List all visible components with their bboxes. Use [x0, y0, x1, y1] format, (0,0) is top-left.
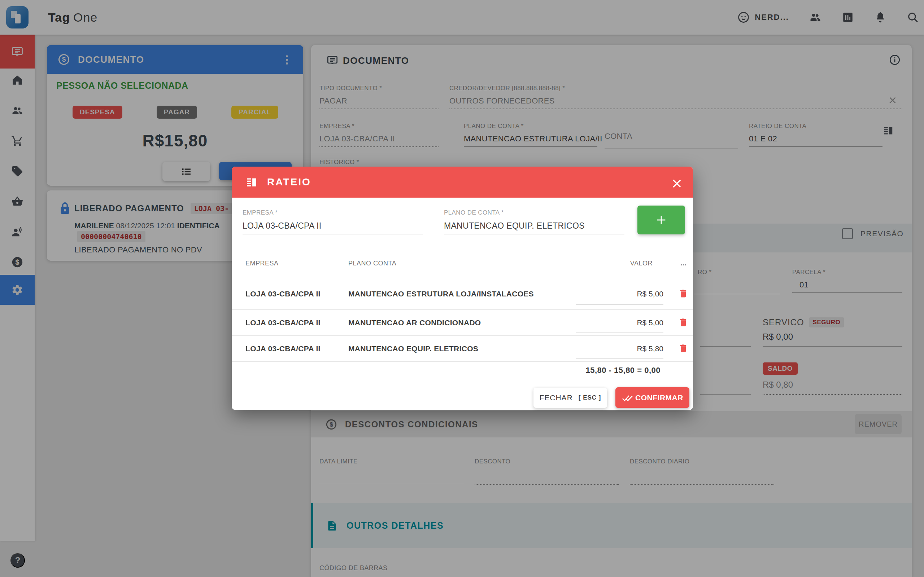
- modal-title: RATEIO: [267, 176, 311, 188]
- close-icon[interactable]: [670, 177, 683, 190]
- field-underline: [444, 234, 624, 234]
- field-label: EMPRESA *: [242, 209, 423, 216]
- valor-underline: [576, 332, 663, 333]
- table-row: LOJA 03-CBA/CPA II MANUTENCAO EQUIP. ELE…: [232, 335, 693, 361]
- rateio-modal: RATEIO EMPRESA * LOJA 03-CBA/CPA II PLAN…: [232, 167, 693, 410]
- add-rateio-button[interactable]: [637, 206, 685, 234]
- cell-plano: MANUTENCAO EQUIP. ELETRICOS: [348, 344, 478, 353]
- table-row: LOJA 03-CBA/CPA II MANUTENCAO ESTRUTURA …: [232, 278, 693, 309]
- trash-icon[interactable]: [678, 343, 688, 353]
- rateio-icon: [246, 176, 258, 188]
- confirmar-label: CONFIRMAR: [635, 393, 683, 402]
- valor-input[interactable]: R$ 5,80: [637, 344, 663, 353]
- field-underline: [242, 234, 423, 234]
- fechar-button[interactable]: FECHAR [ ESC ]: [533, 388, 607, 408]
- modal-empresa-input[interactable]: LOJA 03-CBA/CPA II: [242, 221, 423, 231]
- double-check-icon: [622, 392, 634, 404]
- modal-empresa-field: EMPRESA * LOJA 03-CBA/CPA II: [242, 209, 423, 234]
- col-header-plano: PLANO CONTA: [348, 259, 396, 267]
- trash-icon[interactable]: [678, 288, 688, 298]
- trash-icon[interactable]: [678, 318, 688, 327]
- col-header-valor: VALOR: [630, 259, 653, 267]
- rateio-total-formula: 15,80 - 15,80 = 0,00: [585, 366, 661, 375]
- plus-icon: [655, 214, 667, 226]
- modal-plano-conta-input[interactable]: MANUTENCAO EQUIP. ELETRICOS: [444, 221, 624, 231]
- cell-empresa: LOJA 03-CBA/CPA II: [246, 318, 320, 327]
- table-divider: [232, 361, 693, 362]
- cell-empresa: LOJA 03-CBA/CPA II: [246, 344, 320, 353]
- valor-input[interactable]: R$ 5,00: [637, 318, 663, 327]
- col-header-empresa: EMPRESA: [246, 259, 279, 267]
- valor-input[interactable]: R$ 5,00: [637, 290, 663, 298]
- rateio-modal-header: RATEIO: [232, 167, 693, 198]
- valor-underline: [576, 305, 663, 305]
- fechar-label: FECHAR: [539, 393, 572, 402]
- cell-plano: MANUTENCAO AR CONDICIONADO: [348, 318, 481, 327]
- table-row: LOJA 03-CBA/CPA II MANUTENCAO AR CONDICI…: [232, 309, 693, 335]
- cell-empresa: LOJA 03-CBA/CPA II: [246, 290, 320, 298]
- valor-underline: [576, 358, 663, 359]
- confirmar-button[interactable]: CONFIRMAR: [615, 387, 690, 408]
- app-root: Tag One NERD... ? DOCUMENTO: [0, 0, 924, 577]
- cell-plano: MANUTENCAO ESTRUTURA LOJA/INSTALACOES: [348, 290, 534, 298]
- modal-plano-conta-field: PLANO DE CONTA * MANUTENCAO EQUIP. ELETR…: [444, 209, 624, 234]
- esc-shortcut: [ ESC ]: [578, 394, 601, 401]
- col-header-actions: ...: [680, 259, 687, 267]
- field-label: PLANO DE CONTA *: [444, 209, 624, 216]
